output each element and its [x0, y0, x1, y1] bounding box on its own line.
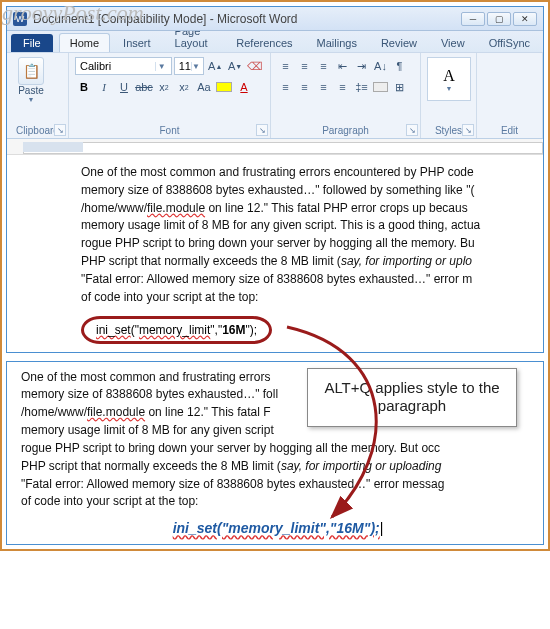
borders-button[interactable]: ⊞	[391, 78, 408, 96]
group-clipboard: 📋 Paste ▼ Clipboard ↘	[7, 53, 69, 138]
paste-icon: 📋	[18, 57, 44, 85]
chevron-down-icon: ▼	[446, 85, 453, 92]
title-bar: W Document1 [Compatibility Mode] - Micro…	[7, 7, 543, 31]
numbering-button[interactable]: ≡	[296, 57, 313, 75]
justify-button[interactable]: ≡	[334, 78, 351, 96]
font-name-combo[interactable]: Calibri▼	[75, 57, 172, 75]
body-text: One of the most common and frustrating e…	[81, 165, 535, 306]
align-right-button[interactable]: ≡	[315, 78, 332, 96]
sort-button[interactable]: A↓	[372, 57, 389, 75]
window-title: Document1 [Compatibility Mode] - Microso…	[33, 12, 461, 26]
maximize-button[interactable]: ▢	[487, 12, 511, 26]
superscript-button[interactable]: x2	[175, 78, 193, 96]
paste-button[interactable]: 📋 Paste ▼	[13, 57, 49, 103]
group-editing: Edit	[477, 53, 543, 138]
styles-gallery[interactable]: A ▼	[427, 57, 471, 101]
tab-view[interactable]: View	[430, 33, 476, 52]
font-size-combo[interactable]: 11▼	[174, 57, 204, 75]
minimize-button[interactable]: ─	[461, 12, 485, 26]
align-left-button[interactable]: ≡	[277, 78, 294, 96]
align-center-button[interactable]: ≡	[296, 78, 313, 96]
paragraph-dialog-launcher[interactable]: ↘	[406, 124, 418, 136]
code-line-circled: ini_set("memory_limit","16M");	[81, 316, 272, 344]
bold-button[interactable]: B	[75, 78, 93, 96]
paste-label: Paste	[18, 85, 44, 96]
tab-review[interactable]: Review	[370, 33, 428, 52]
annotation-callout: ALT+Q applies style to the paragraph	[307, 368, 517, 428]
font-label: Font	[75, 123, 264, 136]
font-color-button[interactable]: A	[235, 78, 253, 96]
clear-format-button[interactable]: ⌫	[246, 57, 264, 75]
group-paragraph: ≡ ≡ ≡ ⇤ ⇥ A↓ ¶ ≡ ≡ ≡ ≡ ‡≡	[271, 53, 421, 138]
styles-dialog-launcher[interactable]: ↘	[462, 124, 474, 136]
chevron-down-icon: ▼	[191, 62, 200, 71]
shrink-font-button[interactable]: A▼	[226, 57, 244, 75]
line-spacing-button[interactable]: ‡≡	[353, 78, 370, 96]
figure-container: groovyPost.com W Document1 [Compatibilit…	[0, 0, 550, 551]
grow-font-button[interactable]: A▲	[206, 57, 224, 75]
tab-references[interactable]: References	[225, 33, 303, 52]
word-window-before: W Document1 [Compatibility Mode] - Micro…	[6, 6, 544, 353]
chevron-down-icon: ▼	[155, 62, 167, 71]
multilevel-button[interactable]: ≡	[315, 57, 332, 75]
change-case-button[interactable]: Aa	[195, 78, 213, 96]
strike-button[interactable]: abc	[135, 78, 153, 96]
ruler[interactable]	[7, 139, 543, 155]
bullets-button[interactable]: ≡	[277, 57, 294, 75]
tab-file[interactable]: File	[11, 34, 53, 52]
ribbon: 📋 Paste ▼ Clipboard ↘ Calibri▼ 11▼ A▲ A▼…	[7, 53, 543, 139]
group-font: Calibri▼ 11▼ A▲ A▼ ⌫ B I U abc x2 x2 Aa	[69, 53, 271, 138]
close-button[interactable]: ✕	[513, 12, 537, 26]
word-window-after: One of the most common and frustrating e…	[6, 361, 544, 546]
italic-button[interactable]: I	[95, 78, 113, 96]
editing-label: Edit	[483, 123, 536, 136]
font-dialog-launcher[interactable]: ↘	[256, 124, 268, 136]
tab-home[interactable]: Home	[59, 33, 110, 52]
highlight-button[interactable]	[215, 78, 233, 96]
ribbon-tabstrip: File Home Insert Page Layout References …	[7, 31, 543, 53]
clipboard-dialog-launcher[interactable]: ↘	[54, 124, 66, 136]
tab-insert[interactable]: Insert	[112, 33, 162, 52]
document-area-before[interactable]: One of the most common and frustrating e…	[7, 155, 543, 352]
paragraph-label: Paragraph	[277, 123, 414, 136]
tab-offisync[interactable]: OffiSync	[478, 33, 541, 52]
word-app-icon: W	[13, 12, 27, 26]
styled-code-line: ini_set("memory_limit","16M");|	[21, 520, 535, 536]
outdent-button[interactable]: ⇤	[334, 57, 351, 75]
tab-mailings[interactable]: Mailings	[306, 33, 368, 52]
underline-button[interactable]: U	[115, 78, 133, 96]
styles-icon: A	[443, 67, 455, 85]
shading-button[interactable]	[372, 78, 389, 96]
subscript-button[interactable]: x2	[155, 78, 173, 96]
group-styles: A ▼ Styles ↘	[421, 53, 477, 138]
show-marks-button[interactable]: ¶	[391, 57, 408, 75]
chevron-down-icon: ▼	[28, 96, 35, 103]
indent-button[interactable]: ⇥	[353, 57, 370, 75]
